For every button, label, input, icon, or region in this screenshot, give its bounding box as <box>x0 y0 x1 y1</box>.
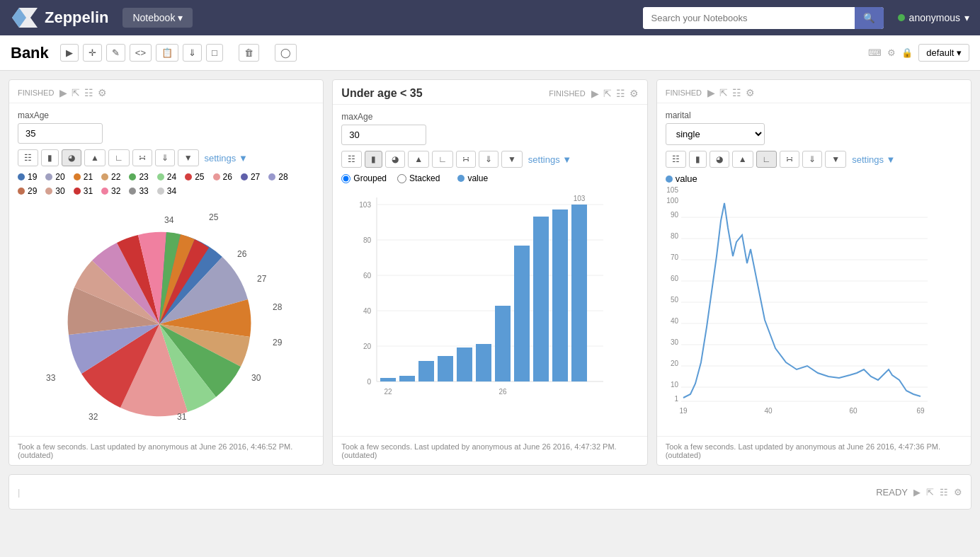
settings-icon[interactable]: ⚙ <box>887 47 896 58</box>
search-input[interactable] <box>643 7 855 29</box>
value-label: value <box>467 173 488 183</box>
svg-text:103: 103 <box>574 195 586 202</box>
share-button[interactable]: □ <box>206 44 223 62</box>
line-btn-2[interactable]: ∟ <box>432 151 453 168</box>
search-button[interactable]: 🔍 <box>855 7 884 29</box>
legend-label-26: 26 <box>223 172 232 182</box>
expand-icon-2[interactable]: ⇱ <box>603 88 612 99</box>
page-toolbar: Bank ▶ ✛ ✎ <> 📋 ⇓ □ 🗑 ◯ ⌨ ⚙ 🔒 default ▾ <box>0 35 980 71</box>
delete-button[interactable]: 🗑 <box>239 44 259 62</box>
panel-bar: Under age < 35 FINISHED ▶ ⇱ ☷ ⚙ maxAge ☷… <box>332 79 647 466</box>
scatter-btn-2[interactable]: ∺ <box>456 151 476 168</box>
zeppelin-logo-icon <box>11 5 39 30</box>
run-icon-3[interactable]: ▶ <box>707 87 715 98</box>
table-icon-3[interactable]: ☷ <box>732 87 741 98</box>
line-btn-1[interactable]: ∟ <box>108 149 130 166</box>
pie-legend: 19202122232425262728293031323334 <box>18 172 314 196</box>
svg-text:20: 20 <box>363 343 372 350</box>
bottom-run-icon[interactable]: ▶ <box>913 487 921 498</box>
bar-btn-3[interactable]: ▮ <box>689 151 707 168</box>
gear-icon-2[interactable]: ⚙ <box>629 88 639 99</box>
user-dropdown-icon[interactable]: ▾ <box>964 12 969 23</box>
table-icon[interactable]: ☷ <box>84 87 93 98</box>
bar-btn-2[interactable]: ▮ <box>365 151 382 168</box>
download-btn-3[interactable]: ⇓ <box>802 151 822 168</box>
legend-label-33: 33 <box>139 186 148 196</box>
legend-dot-22 <box>101 173 108 180</box>
stacked-radio[interactable]: Stacked <box>397 173 440 183</box>
edit-button[interactable]: ✎ <box>106 44 125 62</box>
panel-bar-footer: Took a few seconds. Last updated by anon… <box>333 436 646 465</box>
legend-label-24: 24 <box>167 172 176 182</box>
area-btn-2[interactable]: ▲ <box>408 151 429 168</box>
stacked-radio-input[interactable] <box>397 174 406 183</box>
param-input-1[interactable] <box>18 123 103 144</box>
settings-btn-3[interactable]: settings ▼ <box>852 154 895 165</box>
panel-line-body: marital single married divorced ☷ ▮ ◕ ▲ … <box>657 103 971 436</box>
notebook-menu-button[interactable]: Notebook ▾ <box>122 8 193 28</box>
pie-btn-3[interactable]: ◕ <box>710 151 729 168</box>
settings-btn-2[interactable]: settings ▼ <box>528 154 571 165</box>
bottom-gear-icon[interactable]: ⚙ <box>954 487 962 498</box>
gear-icon[interactable]: ⚙ <box>98 87 107 98</box>
grouped-radio[interactable]: Grouped <box>341 173 387 183</box>
download-btn-1[interactable]: ⇓ <box>155 149 175 166</box>
svg-text:60: 60 <box>671 275 679 282</box>
pie-label-32: 32 <box>89 412 98 422</box>
more-btn-2[interactable]: ▼ <box>501 151 523 168</box>
table-btn-3[interactable]: ☷ <box>666 151 686 168</box>
default-button[interactable]: default ▾ <box>918 44 969 62</box>
more-btn-3[interactable]: ▼ <box>825 151 846 168</box>
table-btn-2[interactable]: ☷ <box>341 151 362 168</box>
scatter-btn-1[interactable]: ∺ <box>132 149 152 166</box>
history-button[interactable]: ◯ <box>275 44 297 62</box>
bottom-table-icon[interactable]: ☷ <box>940 487 948 498</box>
legend-label-34: 34 <box>167 186 176 196</box>
param-input-2[interactable] <box>341 125 426 145</box>
panel-line-status: FINISHED <box>666 88 702 97</box>
area-btn-3[interactable]: ▲ <box>732 151 753 168</box>
legend-item-21: 21 <box>74 172 93 182</box>
pie-chart-area: 34 26 27 28 29 30 31 32 33 25 <box>18 200 314 429</box>
svg-text:100: 100 <box>666 197 678 205</box>
line-btn-3[interactable]: ∟ <box>756 151 777 168</box>
bottom-panel: | READY ▶ ⇱ ☷ ⚙ <box>8 474 972 510</box>
bar-2 <box>418 361 434 381</box>
legend-item-20: 20 <box>45 172 64 182</box>
scatter-btn-3[interactable]: ∺ <box>780 151 799 168</box>
panel-pie-body: maxAge ☷ ▮ ◕ ▲ ∟ ∺ ⇓ ▼ settings ▼ 192021… <box>9 103 323 436</box>
grouped-radio-input[interactable] <box>341 174 351 183</box>
bottom-expand-icon[interactable]: ⇱ <box>926 487 934 498</box>
copy-button[interactable]: 📋 <box>156 44 178 62</box>
pie-btn-2[interactable]: ◕ <box>385 151 405 168</box>
svg-text:40: 40 <box>363 307 372 315</box>
gear-icon-3[interactable]: ⚙ <box>746 87 755 98</box>
svg-text:50: 50 <box>671 296 679 304</box>
table-icon-2[interactable]: ☷ <box>616 88 625 99</box>
line-value-label: value <box>676 173 697 184</box>
value-legend: value <box>457 173 488 183</box>
download-btn-2[interactable]: ⇓ <box>479 151 498 168</box>
chart-toolbar-3: ☷ ▮ ◕ ▲ ∟ ∺ ⇓ ▼ settings ▼ <box>666 151 962 168</box>
logo: Zeppelin <box>11 5 108 30</box>
bar-10 <box>571 205 587 381</box>
run-button[interactable]: ▶ <box>60 44 79 62</box>
download-button[interactable]: ⇓ <box>183 44 202 62</box>
param-select-3[interactable]: single married divorced <box>666 123 765 145</box>
pie-btn-1[interactable]: ◕ <box>62 149 81 166</box>
code-button[interactable]: <> <box>130 44 152 62</box>
run-all-button[interactable]: ✛ <box>83 44 102 62</box>
area-btn-1[interactable]: ▲ <box>84 149 106 166</box>
bar-1 <box>399 376 415 381</box>
lock-icon[interactable]: 🔒 <box>901 47 913 58</box>
panel-bar-icons: ▶ ⇱ ☷ ⚙ <box>591 88 639 99</box>
run-icon[interactable]: ▶ <box>59 87 67 98</box>
table-btn-1[interactable]: ☷ <box>18 149 38 166</box>
expand-icon[interactable]: ⇱ <box>72 87 80 98</box>
run-icon-2[interactable]: ▶ <box>591 88 599 99</box>
expand-icon-3[interactable]: ⇱ <box>719 87 728 98</box>
more-btn-1[interactable]: ▼ <box>178 149 199 166</box>
bar-btn-1[interactable]: ▮ <box>41 149 59 166</box>
bar-6 <box>495 306 511 381</box>
settings-btn-1[interactable]: settings ▼ <box>205 153 248 163</box>
